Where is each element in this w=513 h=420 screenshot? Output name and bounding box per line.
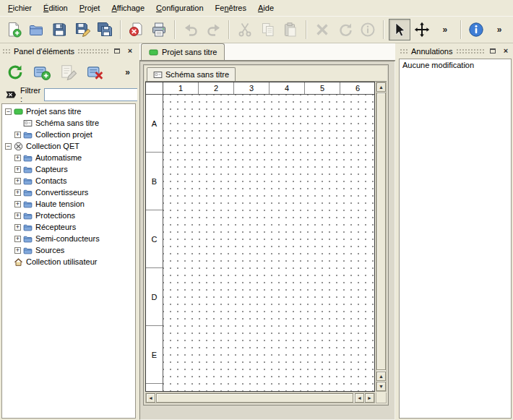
menu-aide[interactable]: Aide [253,1,279,14]
open-project-button[interactable] [26,19,48,40]
expand-icon[interactable]: + [14,224,21,231]
menu-fichier[interactable]: Fichier [3,1,37,14]
new-element-button[interactable] [32,62,52,82]
menu-projet[interactable]: Projet [74,1,105,14]
expand-icon[interactable]: + [14,132,21,138]
save-button[interactable] [48,19,70,40]
vertical-scroll-thumb[interactable] [376,93,386,370]
save-as-icon [74,22,90,38]
clear-filter-button[interactable] [5,88,17,101]
row-label: A [146,95,163,153]
scroll-left-button-2[interactable]: ◄ [355,393,364,403]
scroll-right-button[interactable]: ► [365,393,374,403]
delete-element-button[interactable] [85,62,105,82]
cut-icon [237,22,253,38]
expand-icon[interactable]: + [14,201,21,207]
close-icon: × [128,47,132,55]
expand-icon[interactable]: + [14,166,21,173]
tree-item-semi-conducteurs[interactable]: +Semi-conducteurs [2,233,135,244]
menu-fenetres[interactable]: Fenêtres [210,1,251,14]
collapse-icon[interactable]: − [5,108,12,115]
undo-history-list[interactable]: Aucune modification [399,59,512,419]
save-as-button[interactable] [72,19,93,40]
horizontal-scrollbar[interactable]: ◄ ◄ ► [145,393,375,403]
expand-icon[interactable]: + [14,247,21,254]
copy-button [257,19,279,40]
column-label: 4 [270,82,305,94]
open-document-icon [28,22,44,38]
collapse-icon[interactable]: − [5,143,12,150]
schema-window: Schéma sans titre 123456 ABCDE [143,64,389,406]
new-project-button[interactable] [3,19,25,40]
tree-item-automatisme[interactable]: +Automatisme [2,152,135,163]
scroll-up-button[interactable]: ▲ [376,82,386,92]
tree-item-recepteurs[interactable]: +Récepteurs [2,221,135,233]
schema-icon [153,70,163,80]
scroll-up-button-2[interactable]: ▲ [376,372,386,381]
tree-item-label: Automatisme [35,153,85,162]
tree-item-convertisseurs[interactable]: +Convertisseurs [2,187,135,198]
vertical-scrollbar[interactable]: ▲ ▲ ▼ [376,82,387,392]
menu-configuration[interactable]: Configuration [151,1,208,14]
tree-item-protections[interactable]: +Protections [2,210,135,221]
tree-item-label: Collection utilisateur [26,257,100,266]
pan-mode-button[interactable] [412,19,434,40]
expand-icon[interactable]: + [14,189,21,196]
column-label: 3 [234,82,270,94]
tree-item-collection-utilisateur[interactable]: Collection utilisateur [2,256,135,267]
expand-icon[interactable]: + [14,178,21,184]
redo-icon [206,22,222,38]
print-button[interactable] [149,19,171,40]
expand-icon[interactable]: + [14,236,21,242]
expand-icon[interactable]: + [14,155,21,161]
save-all-button[interactable] [94,19,116,40]
select-mode-button[interactable] [389,19,410,40]
close-button[interactable]: × [125,46,135,56]
close-project-button[interactable] [126,19,147,40]
dock-grip[interactable] [400,48,408,54]
panel-toolbar-overflow[interactable]: » [123,66,132,79]
dock-grip[interactable] [2,48,11,54]
about-qet-button[interactable] [466,19,488,40]
tree-item-collection-projet[interactable]: +Collection projet [2,129,135,140]
dock-grip[interactable] [456,48,486,54]
elements-panel-titlebar[interactable]: Panel d'éléments × [2,46,135,56]
tree-item-capteurs[interactable]: +Capteurs [2,163,135,175]
expand-icon[interactable]: + [14,213,21,219]
column-label: 6 [340,82,374,94]
tree-item-collection-qet[interactable]: −Collection QET [2,140,135,152]
tab-schema[interactable]: Schéma sans titre [147,67,236,81]
toolbar-overflow-button[interactable]: » [434,19,456,40]
horizontal-scroll-thumb[interactable] [156,393,353,403]
tree-item-projet-sans-titre[interactable]: −Projet sans titre [2,106,135,117]
folder-icon [23,223,33,232]
float-button[interactable] [112,46,122,56]
filter-input[interactable] [44,88,152,101]
elements-tree: −Projet sans titreSchéma sans titre+Coll… [1,103,136,419]
toolbar-separator [306,20,307,39]
undo-panel-titlebar[interactable]: Annulations × [400,46,511,56]
scroll-left-button[interactable]: ◄ [146,393,155,403]
filter-label: Filtrer : [20,86,40,103]
tree-item-contacts[interactable]: +Contacts [2,175,135,187]
reload-collections-button[interactable] [5,62,25,82]
new-element-icon [33,64,51,81]
menu-edition[interactable]: Édition [38,1,73,14]
toolbar-overflow-2-button[interactable]: » [488,19,510,40]
save-all-icon [97,22,113,38]
float-button[interactable] [488,46,498,56]
scroll-down-button[interactable]: ▼ [376,382,386,391]
column-label: 1 [163,82,199,94]
schema-canvas[interactable] [163,95,374,391]
tab-project[interactable]: Projet sans titre [141,43,225,60]
tree-item-sources[interactable]: +Sources [2,244,135,256]
row-label: B [146,153,163,210]
filter-row: Filtrer : [1,86,136,103]
close-button[interactable]: × [501,46,511,56]
dock-grip[interactable] [77,48,109,54]
folder-icon [23,246,33,255]
filter-clear-icon [5,89,17,100]
tree-item-schema-sans-titre[interactable]: Schéma sans titre [2,117,135,129]
tree-item-haute-tension[interactable]: +Haute tension [2,198,135,210]
menu-affichage[interactable]: Affichage [106,1,150,14]
